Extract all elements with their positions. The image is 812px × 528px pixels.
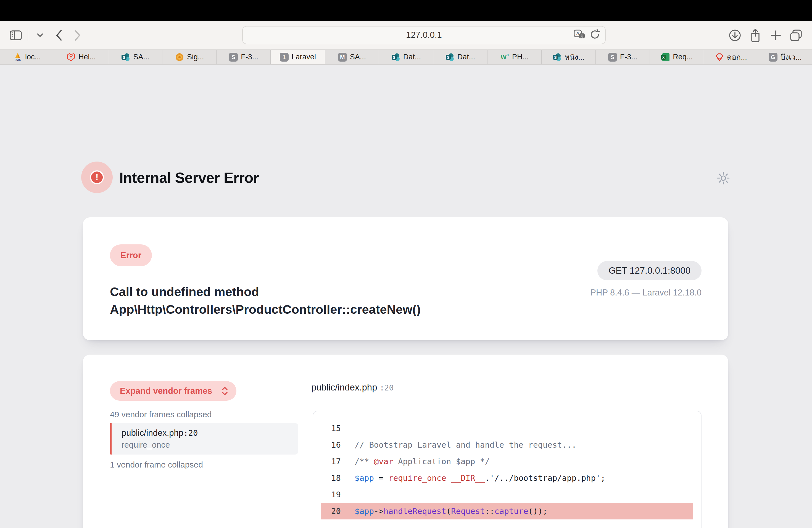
sharepoint-icon: S	[445, 53, 454, 62]
phpmyadmin-icon: PMA	[13, 53, 23, 62]
tab-label: Hel...	[78, 53, 96, 61]
sidebar-icon	[10, 30, 22, 40]
line-number: 18	[313, 473, 341, 483]
new-tab-button[interactable]	[768, 27, 784, 43]
browser-toolbar: 127.0.0.1 A	[0, 21, 812, 50]
browser-tab[interactable]: MSA...	[325, 50, 379, 64]
tab-overview-button[interactable]	[788, 27, 804, 43]
expand-vendor-frames-label: Expand vendor frames	[120, 386, 212, 396]
error-status-icon: !	[81, 162, 113, 193]
line-number: 19	[313, 490, 341, 499]
tab-overview-icon	[789, 29, 803, 42]
error-message: Call to undefined method App\Http\Contro…	[110, 283, 510, 318]
tab-label: loc...	[25, 53, 41, 61]
browser-tab[interactable]: Gบึงเว...	[758, 50, 812, 64]
line-source: $app = require_once __DIR__.'/../bootstr…	[341, 473, 605, 483]
theme-toggle-button[interactable]	[717, 172, 730, 186]
browser-tab[interactable]: SDat...	[379, 50, 433, 64]
page-title: Internal Server Error	[119, 169, 259, 186]
browser-tab[interactable]: SF-3...	[217, 50, 271, 64]
sidebar-chevron-button[interactable]	[32, 27, 48, 43]
address-bar[interactable]: 127.0.0.1 A	[242, 26, 606, 44]
line-number: 20	[321, 507, 341, 516]
request-badge: GET 127.0.0.1:8000	[597, 261, 701, 280]
code-snippet-block[interactable]: 1516// Bootstrap Laravel and handle the …	[313, 411, 701, 528]
svg-text:S: S	[393, 55, 395, 60]
stack-trace-card: Expand vendor frames 49 vendor frames co…	[83, 355, 728, 528]
browser-tab[interactable]: SF-3...	[596, 50, 650, 64]
code-file-header: public/index.php :20	[311, 382, 394, 393]
code-line: 18$app = require_once __DIR__.'/../boots…	[313, 470, 701, 486]
tab-label: F-3...	[620, 53, 637, 61]
page-content: ! Internal Server Error Error Call to un…	[0, 64, 812, 528]
share-button[interactable]	[748, 27, 764, 43]
vendor-frames-collapsed-bottom: 1 vendor frame collapsed	[110, 460, 203, 469]
exclamation-icon: !	[90, 171, 104, 184]
laravel-icon	[66, 53, 76, 62]
plus-icon	[770, 30, 781, 41]
tab-label: Dat...	[403, 53, 421, 61]
tab-label: SA...	[350, 53, 366, 61]
expand-vendor-frames-button[interactable]: Expand vendor frames	[110, 381, 236, 401]
code-line: 17/** @var Application $app */	[313, 453, 701, 470]
back-button[interactable]	[51, 27, 67, 43]
browser-tab[interactable]: Hel...	[54, 50, 108, 64]
browser-tab[interactable]: PMAloc...	[0, 50, 54, 64]
excel-icon: X	[661, 53, 670, 62]
tab-label: บึงเว...	[781, 51, 802, 63]
numeral-1-badge-icon: 1	[279, 53, 289, 62]
tab-strip: PMAloc...Hel...SSA...Sig...SF-3...1Larav…	[0, 50, 812, 64]
tab-label: ดอก...	[727, 51, 747, 63]
sharepoint-icon: S	[121, 53, 130, 62]
line-number: 17	[313, 457, 341, 466]
svg-text:A: A	[576, 31, 579, 36]
tab-label: SA...	[133, 53, 149, 61]
browser-tab[interactable]: SDat...	[433, 50, 488, 64]
svg-text:X: X	[662, 55, 665, 59]
browser-tab[interactable]: Sหนัง...	[541, 50, 596, 64]
line-source: // Bootstrap Laravel and handle the requ…	[341, 440, 576, 450]
svg-text:W: W	[501, 54, 507, 61]
tab-label: PH...	[512, 53, 528, 61]
svg-text:S: S	[123, 55, 126, 60]
w3schools-icon: W3	[500, 53, 509, 62]
forward-button[interactable]	[70, 27, 86, 43]
download-icon	[729, 29, 741, 42]
browser-tab[interactable]: W3PH...	[488, 50, 541, 64]
reload-icon[interactable]	[590, 29, 600, 41]
tab-label: Laravel	[292, 53, 316, 61]
browser-tab[interactable]: SSA...	[108, 50, 162, 64]
sidebar-toggle-button[interactable]	[8, 27, 24, 43]
translate-icon[interactable]: A	[574, 29, 586, 41]
line-source: /** @var Application $app */	[341, 457, 490, 466]
tab-label: F-3...	[241, 53, 258, 61]
tab-label: Dat...	[458, 53, 475, 61]
code-line: 15	[313, 420, 701, 437]
chevron-up-down-icon	[221, 386, 228, 396]
toolbar-divider	[28, 29, 28, 41]
browser-tab[interactable]: ดอก...	[704, 50, 758, 64]
code-line: 19	[313, 486, 701, 503]
browser-tab[interactable]: Sig...	[162, 50, 217, 64]
tab-label: หนัง...	[565, 51, 584, 63]
s-badge-icon: S	[608, 53, 617, 62]
line-number: 16	[313, 440, 341, 450]
browser-tab-active[interactable]: 1Laravel	[271, 50, 325, 64]
vendor-frames-collapsed-top: 49 vendor frames collapsed	[110, 410, 212, 419]
chevron-down-icon	[37, 33, 43, 37]
url-text: 127.0.0.1	[406, 30, 441, 40]
browser-tab[interactable]: XReq...	[650, 50, 704, 64]
back-chevron-icon	[56, 30, 62, 41]
menu-bar	[0, 0, 812, 21]
s-badge-icon: S	[229, 53, 238, 62]
downloads-button[interactable]	[727, 27, 743, 43]
code-line-highlighted: 20$app->handleRequest(Request::capture()…	[321, 503, 693, 519]
stack-frame-item[interactable]: public/index.php:20 require_once	[110, 423, 298, 455]
sharepoint-icon: S	[391, 53, 401, 62]
svg-text:PMA: PMA	[15, 59, 21, 62]
line-number: 15	[313, 424, 341, 433]
g-badge-icon: G	[768, 53, 778, 62]
svg-text:S: S	[554, 55, 557, 60]
tab-label: Req...	[673, 53, 693, 61]
sun-icon	[717, 180, 730, 185]
